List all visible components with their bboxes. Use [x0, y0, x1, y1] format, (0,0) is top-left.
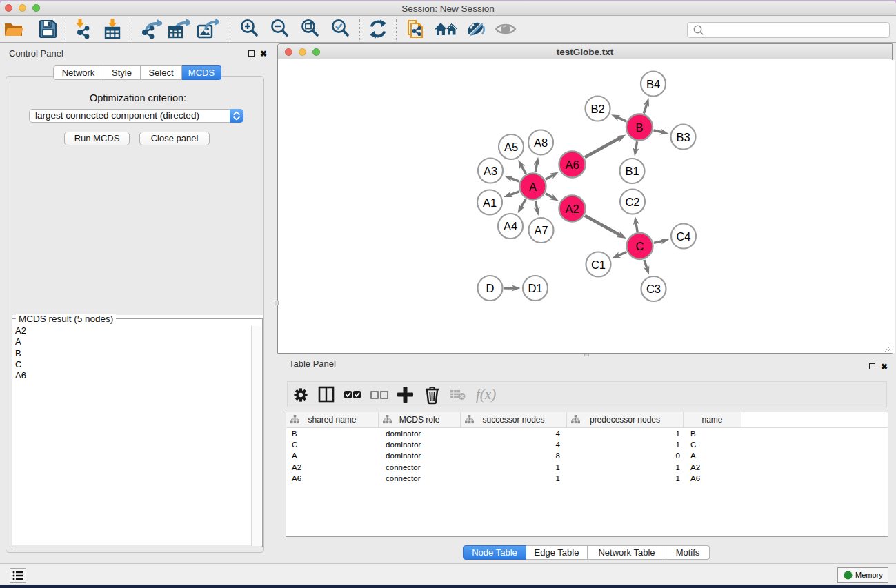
svg-text:B1: B1: [625, 165, 639, 177]
svg-text:C3: C3: [646, 283, 661, 295]
svg-text:A7: A7: [534, 224, 548, 236]
svg-text:B4: B4: [646, 78, 660, 90]
svg-text:f(x): f(x): [476, 387, 496, 403]
svg-text:A: A: [529, 181, 537, 193]
svg-text:C4: C4: [676, 230, 690, 243]
svg-text:B2: B2: [590, 103, 604, 115]
svg-text:A6: A6: [565, 159, 579, 171]
svg-text:A3: A3: [484, 165, 497, 177]
svg-text:A2: A2: [565, 203, 579, 215]
svg-text:B: B: [635, 121, 643, 134]
svg-text:C2: C2: [625, 196, 639, 208]
svg-text:A1: A1: [483, 196, 497, 209]
svg-text:C1: C1: [591, 258, 606, 271]
svg-text:D: D: [486, 282, 495, 294]
svg-text:A8: A8: [534, 136, 548, 149]
svg-text:A5: A5: [504, 141, 518, 153]
svg-text:A4: A4: [504, 220, 517, 232]
svg-text:B3: B3: [676, 131, 690, 143]
svg-text:D1: D1: [528, 282, 542, 294]
svg-text:C: C: [636, 240, 644, 252]
